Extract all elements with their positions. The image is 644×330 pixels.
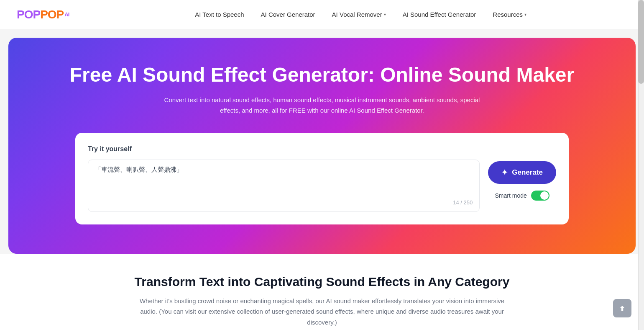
generator-card: Try it yourself 14 / 250 ✦ Generate Smar… [75,133,569,224]
char-count: 14 / 250 [95,199,473,206]
nav-label-cover: AI Cover Generator [261,11,315,18]
scroll-to-top-button[interactable] [613,299,631,317]
sparkle-icon: ✦ [501,168,508,177]
logo-pop2: POP [40,8,64,21]
below-hero-section: Transform Text into Captivating Sound Ef… [0,254,644,330]
chevron-down-icon: ▾ [384,12,386,17]
smart-mode-row: Smart mode [495,191,549,201]
sound-effect-input[interactable] [95,166,473,195]
logo[interactable]: POP POP AI [17,8,69,21]
smart-mode-toggle[interactable] [531,191,549,201]
hero-title: Free AI Sound Effect Generator: Online S… [70,63,574,87]
chevron-down-icon-2: ▾ [524,12,526,17]
generate-button[interactable]: ✦ Generate [488,161,556,184]
input-row: 14 / 250 ✦ Generate Smart mode [88,160,556,212]
hero-section: Free AI Sound Effect Generator: Online S… [8,38,636,254]
nav-item-tts[interactable]: AI Text to Speech [195,11,244,18]
nav-item-vocal[interactable]: AI Vocal Remover ▾ [332,11,386,18]
scrollbar-thumb[interactable] [638,0,644,84]
nav-label-resources: Resources [493,11,523,18]
nav-label-sound-effect: AI Sound Effect Generator [403,11,476,18]
section-title: Transform Text into Captivating Sound Ef… [17,275,627,289]
generate-label: Generate [512,168,543,177]
logo-ai-badge: AI [64,11,69,18]
smart-mode-label: Smart mode [495,192,527,199]
nav-item-cover[interactable]: AI Cover Generator [261,11,315,18]
toggle-knob [540,191,549,200]
right-controls: ✦ Generate Smart mode [488,160,556,201]
hero-subtitle: Convert text into natural sound effects,… [159,95,485,116]
nav-label-vocal: AI Vocal Remover [332,11,382,18]
card-label: Try it yourself [88,145,556,153]
scrollbar[interactable] [638,0,644,330]
header: POP POP AI AI Text to Speech AI Cover Ge… [0,0,644,29]
nav-label-tts: AI Text to Speech [195,11,244,18]
logo-pop1: POP [17,8,40,21]
arrow-up-icon [618,304,626,312]
nav-item-resources[interactable]: Resources ▾ [493,11,526,18]
nav-item-sound-effect[interactable]: AI Sound Effect Generator [403,11,476,18]
section-subtitle: Whether it's bustling crowd noise or enc… [134,296,510,328]
text-input-wrap: 14 / 250 [88,160,480,212]
main-nav: AI Text to Speech AI Cover Generator AI … [94,11,627,18]
